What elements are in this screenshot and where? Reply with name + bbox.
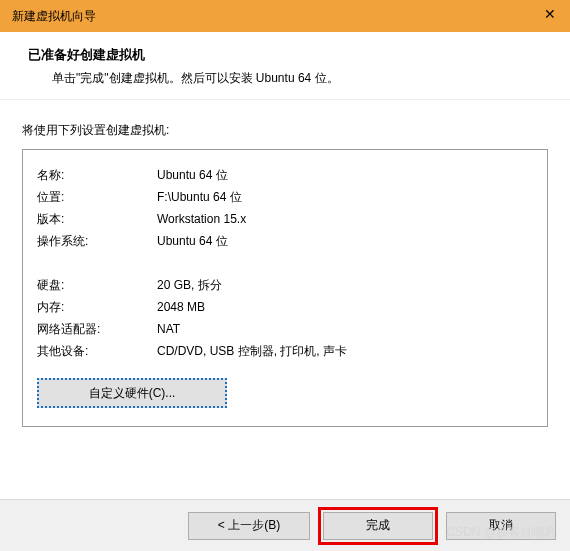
row-network: 网络适配器: NAT <box>37 318 533 340</box>
value-name: Ubuntu 64 位 <box>157 164 533 186</box>
label-os: 操作系统: <box>37 230 157 252</box>
row-location: 位置: F:\Ubuntu 64 位 <box>37 186 533 208</box>
value-memory: 2048 MB <box>157 296 533 318</box>
page-title: 已准备好创建虚拟机 <box>28 46 550 64</box>
row-name: 名称: Ubuntu 64 位 <box>37 164 533 186</box>
label-disk: 硬盘: <box>37 274 157 296</box>
intro-text: 将使用下列设置创建虚拟机: <box>22 122 548 139</box>
spacer <box>37 252 533 274</box>
value-disk: 20 GB, 拆分 <box>157 274 533 296</box>
wizard-body: 将使用下列设置创建虚拟机: 名称: Ubuntu 64 位 位置: F:\Ubu… <box>0 100 570 427</box>
row-other: 其他设备: CD/DVD, USB 控制器, 打印机, 声卡 <box>37 340 533 362</box>
close-icon[interactable]: ✕ <box>544 6 556 22</box>
customize-hardware-button[interactable]: 自定义硬件(C)... <box>37 378 227 408</box>
value-version: Workstation 15.x <box>157 208 533 230</box>
label-version: 版本: <box>37 208 157 230</box>
value-location: F:\Ubuntu 64 位 <box>157 186 533 208</box>
wizard-header: 已准备好创建虚拟机 单击"完成"创建虚拟机。然后可以安装 Ubuntu 64 位… <box>0 32 570 100</box>
window-title: 新建虚拟机向导 <box>12 8 96 25</box>
value-network: NAT <box>157 318 533 340</box>
value-os: Ubuntu 64 位 <box>157 230 533 252</box>
wizard-footer: < 上一步(B) 完成 取消 <box>0 499 570 551</box>
titlebar: 新建虚拟机向导 ✕ <box>0 0 570 32</box>
back-button[interactable]: < 上一步(B) <box>188 512 310 540</box>
row-version: 版本: Workstation 15.x <box>37 208 533 230</box>
label-memory: 内存: <box>37 296 157 318</box>
finish-highlight: 完成 <box>318 507 438 545</box>
label-location: 位置: <box>37 186 157 208</box>
label-other: 其他设备: <box>37 340 157 362</box>
value-other: CD/DVD, USB 控制器, 打印机, 声卡 <box>157 340 533 362</box>
row-os: 操作系统: Ubuntu 64 位 <box>37 230 533 252</box>
finish-button[interactable]: 完成 <box>323 512 433 540</box>
page-subtext: 单击"完成"创建虚拟机。然后可以安装 Ubuntu 64 位。 <box>28 70 550 87</box>
label-name: 名称: <box>37 164 157 186</box>
settings-panel: 名称: Ubuntu 64 位 位置: F:\Ubuntu 64 位 版本: W… <box>22 149 548 427</box>
label-network: 网络适配器: <box>37 318 157 340</box>
row-memory: 内存: 2048 MB <box>37 296 533 318</box>
row-disk: 硬盘: 20 GB, 拆分 <box>37 274 533 296</box>
cancel-button[interactable]: 取消 <box>446 512 556 540</box>
